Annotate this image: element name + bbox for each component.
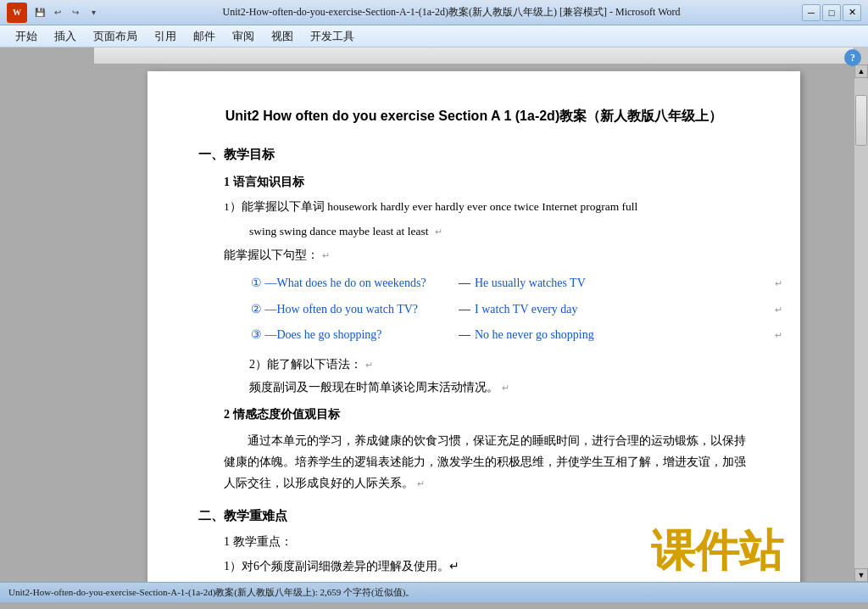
vocab-intro: 1）能掌握以下单词 housework hardly ever hardly e… [224,197,749,217]
customize-btn[interactable]: ▾ [86,5,101,20]
menu-mail[interactable]: 邮件 [186,27,222,46]
emotional-para: 通过本单元的学习，养成健康的饮食习惯，保证充足的睡眠时间，进行合理的运动锻炼，以… [224,430,749,494]
grammar-label: 2）能了解以下语法：↵ [249,355,749,374]
question-1: ① —What does he do on weekends? [251,271,454,295]
watermark: 课件站 www.kjzhan.com [651,516,783,582]
document-area[interactable]: Unit2 How often do you exercise Section … [93,64,854,582]
office-logo: W [7,3,27,23]
scrollbar[interactable]: ▲ ▼ [854,64,868,582]
menu-review[interactable]: 审阅 [225,27,261,46]
scroll-down-btn[interactable]: ▼ [854,568,868,582]
scroll-thumb[interactable] [855,95,867,146]
save-quick-btn[interactable]: 💾 [32,5,47,20]
window-title: Unit2-How-often-do-you-exercise-Section-… [101,5,802,20]
answer-3: No he never go shopping [475,323,770,347]
dash-2: — [456,298,473,321]
redo-btn[interactable]: ↪ [68,5,83,20]
menu-insert[interactable]: 插入 [47,27,83,46]
sub1-heading: 1 语言知识目标 [224,173,749,192]
section1-heading: 一、教学目标 [198,144,749,165]
ruler [93,47,854,64]
sentence-row-2: ② —How often do you watch TV? — I watch … [251,298,798,321]
quick-access-toolbar: 💾 ↩ ↪ ▾ [32,5,101,20]
answer-2: I watch TV every day [475,298,770,321]
answer-1: He usually watches TV [475,271,770,295]
restore-btn[interactable]: □ [822,4,841,21]
menu-view[interactable]: 视图 [264,27,300,46]
menu-developer[interactable]: 开发工具 [303,27,361,46]
watermark-text1: 课件站 [651,516,783,582]
sentence-examples: ① —What does he do on weekends? — He usu… [249,270,800,349]
status-bar: Unit2-How-often-do-you-exercise-Section-… [0,582,868,602]
sentence-row-1: ① —What does he do on weekends? — He usu… [251,271,798,295]
menu-layout[interactable]: 页面布局 [86,27,144,46]
question-3: ③ —Does he go shopping? [251,323,454,347]
close-btn[interactable]: ✕ [843,4,861,21]
help-button[interactable]: ? [844,49,861,66]
scroll-up-btn[interactable]: ▲ [854,64,868,78]
grammar-desc: 频度副词及一般现在时简单谈论周末活动情况。↵ [249,378,749,397]
left-margin [0,64,93,582]
dash-3: — [456,323,473,347]
window-controls: ─ □ ✕ [802,4,861,21]
main-area: Unit2 How often do you exercise Section … [0,64,868,582]
minimize-btn[interactable]: ─ [802,4,821,21]
title-bar: W 💾 ↩ ↪ ▾ Unit2-How-often-do-you-exercis… [0,0,868,25]
sentence-intro: 能掌握以下句型：↵ [224,246,749,265]
document-title: Unit2 How often do you exercise Section … [198,105,749,127]
vocab-number: 1）能掌握以下单词 housework hardly ever hardly e… [224,200,637,213]
sub2-heading: 2 情感态度价值观目标 [224,405,749,424]
document-page: Unit2 How often do you exercise Section … [147,71,800,582]
sentence-row-3: ③ —Does he go shopping? — No he never go… [251,323,798,347]
menu-start[interactable]: 开始 [8,27,44,46]
status-text: Unit2-How-often-do-you-exercise-Section-… [8,586,415,599]
menu-reference[interactable]: 引用 [147,27,183,46]
undo-btn[interactable]: ↩ [50,5,65,20]
dash-1: — [456,271,473,295]
menu-bar: 开始 插入 页面布局 引用 邮件 审阅 视图 开发工具 ? [0,25,868,47]
title-bar-left: W 💾 ↩ ↪ ▾ [7,3,101,23]
question-2: ② —How often do you watch TV? [251,298,454,321]
vocab-line2: swing swing dance maybe least at least ↵ [249,222,749,241]
